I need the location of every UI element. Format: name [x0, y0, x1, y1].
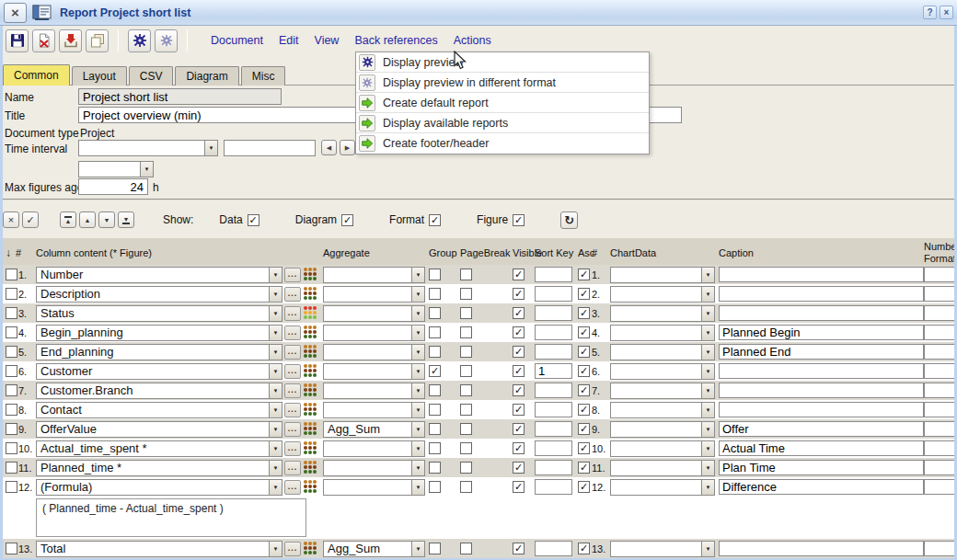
visible-checkbox[interactable]: ✓: [513, 307, 525, 319]
show-format-checkbox[interactable]: ✓: [429, 214, 441, 226]
sort-key-field[interactable]: [535, 541, 572, 556]
caption-field[interactable]: [719, 479, 924, 495]
row-select-checkbox[interactable]: [6, 365, 17, 377]
sort-key-field[interactable]: [535, 267, 572, 282]
menu-view[interactable]: View: [314, 32, 340, 49]
column-content-select[interactable]: Customer ▼: [36, 363, 282, 380]
menu-item-display-available-reports[interactable]: Display available reports: [356, 113, 649, 133]
sort-key-field[interactable]: [535, 460, 572, 475]
delete-button[interactable]: [32, 29, 55, 52]
row-select-checkbox[interactable]: [6, 404, 17, 416]
row-select-checkbox[interactable]: [6, 543, 17, 554]
column-content-select[interactable]: Total ▼: [36, 541, 282, 557]
column-content-select[interactable]: (Formula) ▼: [36, 479, 282, 496]
visible-checkbox[interactable]: ✓: [513, 462, 525, 474]
row-select-checkbox[interactable]: [6, 326, 17, 338]
time-interval-next-button[interactable]: ▶: [340, 140, 355, 155]
pagebreak-checkbox[interactable]: [460, 269, 472, 280]
column-content-select[interactable]: OfferValue ▼: [36, 421, 282, 438]
row-select-checkbox[interactable]: [6, 346, 17, 358]
chartdata-select[interactable]: ▼: [610, 383, 715, 399]
format-palette-icon[interactable]: [304, 364, 317, 378]
row-select-checkbox[interactable]: [6, 288, 17, 300]
row-select-checkbox[interactable]: [6, 462, 17, 474]
group-checkbox[interactable]: [429, 384, 441, 396]
edit-column-button[interactable]: ...: [284, 345, 301, 360]
pagebreak-checkbox[interactable]: [460, 404, 472, 416]
aggregate-select[interactable]: ▼: [323, 344, 425, 360]
pagebreak-checkbox[interactable]: [460, 462, 472, 474]
menu-document[interactable]: Document: [210, 32, 264, 49]
caption-field[interactable]: [719, 267, 924, 282]
format-palette-icon[interactable]: [304, 403, 317, 417]
number-format-field[interactable]: [924, 344, 955, 360]
menu-item-display-preview-alt[interactable]: Display preview in different format: [356, 73, 649, 93]
sort-key-field[interactable]: [535, 344, 572, 360]
row-select-checkbox[interactable]: [6, 423, 17, 435]
group-checkbox[interactable]: ✓: [429, 365, 441, 377]
sort-key-field[interactable]: [535, 479, 572, 495]
caption-field[interactable]: [719, 344, 924, 360]
asc-checkbox[interactable]: ✓: [578, 384, 590, 396]
column-content-select[interactable]: End_planning ▼: [36, 344, 282, 360]
visible-checkbox[interactable]: ✓: [513, 326, 525, 338]
sort-key-field[interactable]: [535, 363, 572, 379]
move-top-button[interactable]: ▲: [60, 211, 76, 228]
asc-checkbox[interactable]: ✓: [578, 543, 590, 554]
aggregate-select[interactable]: Agg_Sum ▼: [323, 421, 425, 438]
import-button[interactable]: [59, 29, 82, 52]
time-interval-prev-button[interactable]: ◀: [321, 140, 337, 155]
pagebreak-checkbox[interactable]: [460, 543, 472, 554]
time-interval-sub-select[interactable]: ▼: [78, 161, 154, 177]
caption-field[interactable]: [719, 383, 924, 398]
number-format-field[interactable]: [924, 402, 955, 417]
close-window-button[interactable]: ×: [940, 6, 953, 19]
menu-item-create-default-report[interactable]: Create default report: [356, 93, 649, 113]
move-bottom-button[interactable]: ▼: [118, 211, 134, 228]
format-palette-icon[interactable]: [304, 461, 317, 474]
tab-common[interactable]: Common: [3, 64, 70, 86]
move-up-button[interactable]: ▲: [79, 211, 96, 228]
format-palette-icon[interactable]: [304, 441, 317, 455]
chartdata-select[interactable]: ▼: [610, 344, 715, 360]
chartdata-select[interactable]: ▼: [610, 363, 715, 380]
row-select-checkbox[interactable]: [6, 442, 17, 454]
show-data-checkbox[interactable]: ✓: [248, 214, 259, 226]
group-checkbox[interactable]: [429, 481, 441, 493]
time-interval-select[interactable]: ▼: [78, 140, 218, 156]
tab-misc[interactable]: Misc: [241, 66, 286, 86]
formula-expression[interactable]: ( Planned_time - Actual_time_spent ): [36, 498, 306, 537]
caption-field[interactable]: [719, 305, 924, 321]
asc-checkbox[interactable]: ✓: [578, 269, 590, 280]
sort-key-field[interactable]: [535, 325, 572, 340]
caption-field[interactable]: [719, 402, 924, 417]
edit-column-button[interactable]: ...: [284, 383, 301, 398]
pagebreak-checkbox[interactable]: [460, 307, 472, 319]
edit-column-button[interactable]: ...: [284, 441, 301, 456]
edit-column-button[interactable]: ...: [284, 306, 301, 321]
column-content-select[interactable]: Begin_planning ▼: [36, 325, 282, 341]
format-palette-icon[interactable]: [304, 383, 317, 397]
tab-diagram[interactable]: Diagram: [175, 66, 238, 86]
visible-checkbox[interactable]: ✓: [513, 423, 525, 435]
aggregate-select[interactable]: ▼: [323, 460, 425, 476]
close-document-button[interactable]: ×: [4, 3, 27, 23]
row-select-checkbox[interactable]: [6, 269, 17, 280]
menu-item-create-footer-header[interactable]: Create footer/header: [356, 133, 649, 154]
display-preview-alt-button[interactable]: [155, 29, 178, 52]
edit-column-button[interactable]: ...: [284, 480, 301, 495]
name-field[interactable]: [78, 88, 282, 105]
visible-checkbox[interactable]: ✓: [513, 288, 525, 300]
chartdata-select[interactable]: ▼: [610, 541, 715, 557]
number-format-field[interactable]: [924, 421, 955, 437]
row-select-checkbox[interactable]: [6, 384, 17, 396]
menu-back-references[interactable]: Back references: [353, 32, 438, 49]
group-checkbox[interactable]: [429, 462, 441, 474]
show-diagram-checkbox[interactable]: ✓: [341, 214, 353, 226]
visible-checkbox[interactable]: ✓: [513, 346, 525, 358]
asc-checkbox[interactable]: ✓: [578, 481, 590, 493]
caption-field[interactable]: [719, 286, 924, 302]
deselect-all-button[interactable]: ×: [3, 211, 19, 228]
edit-column-button[interactable]: ...: [284, 403, 301, 417]
display-preview-button[interactable]: [128, 29, 151, 52]
